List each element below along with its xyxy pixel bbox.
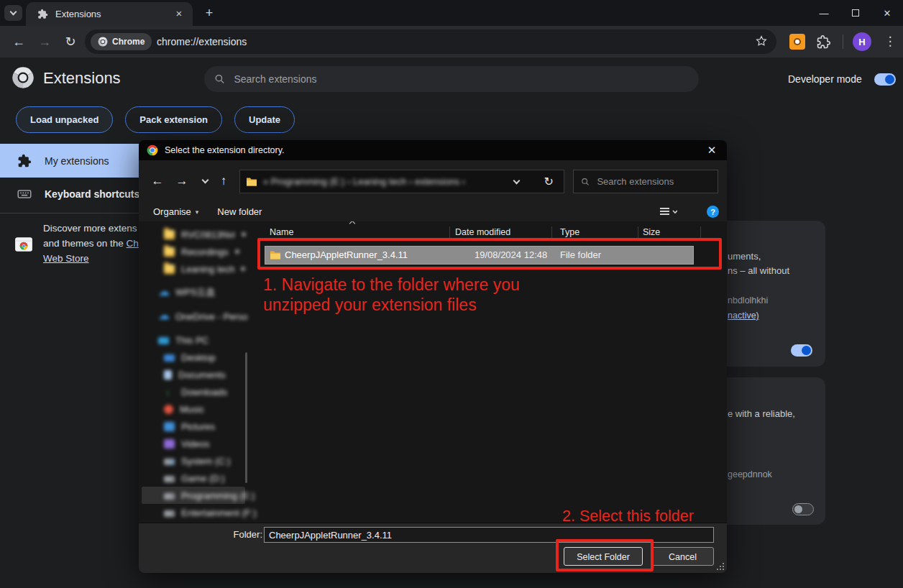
cloud-icon — [158, 312, 169, 321]
extensions-search[interactable] — [204, 66, 699, 92]
cancel-button[interactable]: Cancel — [651, 547, 714, 566]
forward-button[interactable]: → — [33, 26, 56, 58]
browser-menu-button[interactable]: ⋮ — [883, 32, 897, 52]
help-button[interactable]: ? — [707, 206, 719, 218]
back-button[interactable]: ← — [7, 26, 30, 58]
tree-item-programming-e-[interactable]: Programming (E:) — [142, 487, 245, 504]
tab-search-button[interactable] — [4, 5, 22, 21]
tree-item-leaning-tech[interactable]: Leaning tech — [139, 260, 248, 277]
organise-button[interactable]: Organise▾ — [153, 206, 198, 217]
tree-item-videos[interactable]: Videos — [139, 435, 248, 452]
tree-item-recordings[interactable]: Recordings — [139, 243, 248, 260]
column-header-type[interactable]: Type — [560, 224, 579, 241]
new-tab-button[interactable]: + — [201, 5, 217, 21]
maximize-button[interactable] — [840, 0, 871, 26]
minimize-button[interactable]: — — [808, 0, 840, 26]
column-separator[interactable] — [551, 226, 552, 238]
folder-name-input[interactable] — [264, 527, 714, 543]
tree-item-documents[interactable]: Documents — [139, 366, 248, 383]
extensions-puzzle-icon[interactable] — [817, 35, 830, 49]
dialog-titlebar[interactable]: Select the extension directory. ✕ — [139, 140, 727, 160]
dialog-search[interactable] — [573, 170, 718, 193]
extensions-page-header: Extensions Developer mode — [0, 58, 903, 101]
file-list: Name Date modified Type Size CheerpJAppl… — [248, 221, 727, 523]
refresh-icon[interactable]: ↻ — [544, 175, 554, 188]
puzzle-icon — [37, 9, 48, 19]
tree-item-music[interactable]: Music — [139, 400, 248, 418]
tree-item-entertainment-f-[interactable]: Entertainment (F:) — [139, 504, 248, 521]
tree-item-pictures[interactable]: Pictures — [139, 418, 248, 435]
tree-item-label: Game (D:) — [181, 473, 225, 484]
load-unpacked-button[interactable]: Load unpacked — [16, 106, 113, 133]
column-header-size[interactable]: Size — [643, 224, 660, 241]
resize-grip-icon[interactable] — [723, 569, 724, 570]
reload-button[interactable]: ↻ — [59, 26, 82, 58]
tree-item-desktop[interactable]: Desktop — [139, 349, 248, 366]
column-header-date[interactable]: Date modified — [455, 224, 510, 241]
tree-item-label: Downloads — [181, 387, 227, 398]
breadcrumb-dropdown-icon[interactable] — [513, 177, 521, 184]
jnlp-extension-icon[interactable] — [789, 34, 805, 50]
tree-scrollbar[interactable] — [245, 352, 247, 483]
column-separator[interactable] — [638, 226, 638, 238]
toggle-knob — [802, 346, 811, 355]
update-button[interactable]: Update — [234, 106, 295, 133]
toggle-knob — [885, 75, 894, 84]
select-folder-button[interactable]: Select Folder — [564, 547, 643, 566]
extension-toggle[interactable] — [791, 344, 812, 357]
bookmark-star-icon[interactable] — [755, 35, 768, 47]
forward-button[interactable]: → — [172, 171, 192, 191]
pack-extension-button[interactable]: Pack extension — [125, 106, 222, 133]
toolbar-divider — [843, 35, 843, 49]
extension-toggle[interactable] — [792, 503, 814, 515]
tree-item-wps-[interactable]: WPS云盘 — [139, 284, 248, 301]
extension-inactive-link[interactable]: nactive) — [728, 311, 759, 321]
column-header-name[interactable]: Name — [270, 224, 293, 241]
new-folder-label: New folder — [217, 206, 262, 217]
chrome-chip: Chrome — [91, 33, 152, 50]
webstore-promo-line1: Discover more extens — [43, 223, 137, 234]
folder-icon — [164, 230, 175, 239]
column-separator[interactable] — [449, 226, 450, 238]
tree-item-label: Programming (E:) — [181, 490, 255, 501]
close-window-button[interactable]: ✕ — [871, 0, 903, 26]
new-folder-button[interactable]: New folder — [217, 206, 262, 217]
address-bar[interactable]: Chrome chrome://extensions — [85, 29, 776, 54]
tree-item-downloads[interactable]: Downloads — [139, 383, 248, 400]
webstore-link-line3[interactable]: Web Store — [43, 253, 89, 264]
recent-locations-button[interactable] — [195, 171, 215, 191]
tree-item-label: WPS云盘 — [175, 286, 216, 299]
music-icon — [164, 405, 173, 414]
file-row-selected[interactable]: CheerpJAppletRunner_3.4.11 19/08/2024 12… — [265, 246, 694, 265]
puzzle-icon — [17, 154, 32, 168]
folder-icon — [246, 177, 257, 186]
developer-mode-toggle[interactable] — [874, 73, 896, 86]
downloads-icon — [164, 387, 175, 397]
extensions-actions: Load unpacked Pack extension Update — [16, 106, 295, 133]
back-button[interactable]: ← — [147, 171, 168, 191]
breadcrumb[interactable]: » Programming (E:) › Leaning tech › exte… — [239, 170, 564, 193]
up-button[interactable]: ↑ — [214, 171, 234, 191]
tab-extensions[interactable]: Extensions × — [26, 2, 193, 26]
webstore-link[interactable]: Ch — [127, 238, 139, 249]
tree-item-onedrive-perso[interactable]: OneDrive - Perso — [139, 308, 248, 325]
view-options-button[interactable] — [659, 206, 677, 218]
profile-avatar[interactable]: H — [853, 32, 871, 51]
url-text[interactable]: chrome://extensions — [157, 29, 247, 54]
tree-item-system-c-[interactable]: System (C:) — [139, 452, 248, 469]
column-separator[interactable] — [700, 226, 701, 238]
tree-item-label: Pictures — [181, 421, 215, 432]
maximize-icon — [852, 9, 859, 17]
select-directory-dialog: Select the extension directory. ✕ ← → ↑ … — [139, 140, 727, 573]
tree-item-game-d-[interactable]: Game (D:) — [139, 469, 248, 487]
extension-description: ns – all without — [728, 265, 789, 276]
dialog-close-button[interactable]: ✕ — [697, 140, 727, 160]
extensions-search-input[interactable] — [232, 73, 689, 86]
tree-item-rvc0813nvi[interactable]: RVC0813Nvi — [139, 226, 248, 243]
chrome-logo-icon — [147, 144, 158, 156]
tab-close-button[interactable]: × — [173, 8, 185, 21]
dialog-search-input[interactable] — [595, 175, 710, 188]
videos-icon — [164, 439, 175, 449]
file-name: CheerpJAppletRunner_3.4.11 — [285, 246, 408, 265]
tree-item-this-pc[interactable]: This PC — [139, 331, 248, 349]
